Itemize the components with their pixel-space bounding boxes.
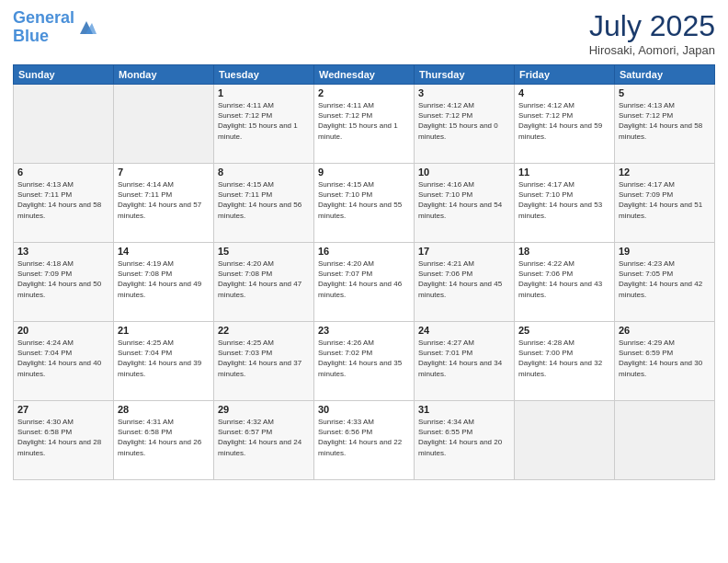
day-info: Sunrise: 4:16 AM Sunset: 7:10 PM Dayligh… bbox=[418, 179, 510, 221]
calendar-cell: 7Sunrise: 4:14 AM Sunset: 7:11 PM Daylig… bbox=[114, 164, 214, 243]
calendar-cell: 3Sunrise: 4:12 AM Sunset: 7:12 PM Daylig… bbox=[415, 85, 515, 164]
day-info: Sunrise: 4:33 AM Sunset: 6:56 PM Dayligh… bbox=[318, 417, 410, 458]
week-row-3: 13Sunrise: 4:18 AM Sunset: 7:09 PM Dayli… bbox=[14, 243, 715, 322]
day-info: Sunrise: 4:12 AM Sunset: 7:12 PM Dayligh… bbox=[418, 100, 510, 142]
day-info: Sunrise: 4:18 AM Sunset: 7:09 PM Dayligh… bbox=[17, 259, 109, 300]
calendar-page: General Blue July 2025 Hirosaki, Aomori,… bbox=[0, 0, 728, 563]
day-number: 7 bbox=[118, 167, 210, 178]
day-info: Sunrise: 4:30 AM Sunset: 6:58 PM Dayligh… bbox=[17, 417, 109, 458]
day-number: 5 bbox=[619, 87, 711, 98]
day-number: 22 bbox=[218, 325, 310, 336]
day-info: Sunrise: 4:28 AM Sunset: 7:00 PM Dayligh… bbox=[518, 338, 610, 379]
day-header-saturday: Saturday bbox=[615, 65, 715, 85]
day-number: 26 bbox=[619, 325, 711, 336]
day-number: 2 bbox=[318, 87, 410, 98]
logo: General Blue bbox=[13, 9, 97, 46]
calendar-cell: 1Sunrise: 4:11 AM Sunset: 7:12 PM Daylig… bbox=[214, 85, 314, 164]
day-info: Sunrise: 4:29 AM Sunset: 6:59 PM Dayligh… bbox=[619, 338, 711, 379]
calendar-cell: 9Sunrise: 4:15 AM Sunset: 7:10 PM Daylig… bbox=[314, 164, 415, 243]
month-title: July 2025 bbox=[589, 9, 715, 43]
day-info: Sunrise: 4:20 AM Sunset: 7:07 PM Dayligh… bbox=[318, 259, 410, 300]
day-info: Sunrise: 4:15 AM Sunset: 7:10 PM Dayligh… bbox=[318, 179, 410, 221]
calendar-cell: 21Sunrise: 4:25 AM Sunset: 7:04 PM Dayli… bbox=[114, 322, 214, 401]
calendar-table: SundayMondayTuesdayWednesdayThursdayFrid… bbox=[13, 64, 715, 480]
calendar-cell: 31Sunrise: 4:34 AM Sunset: 6:55 PM Dayli… bbox=[415, 401, 515, 480]
day-info: Sunrise: 4:17 AM Sunset: 7:09 PM Dayligh… bbox=[619, 179, 711, 221]
week-row-2: 6Sunrise: 4:13 AM Sunset: 7:11 PM Daylig… bbox=[14, 164, 715, 243]
day-header-monday: Monday bbox=[114, 65, 214, 85]
calendar-cell: 14Sunrise: 4:19 AM Sunset: 7:08 PM Dayli… bbox=[114, 243, 214, 322]
day-number: 15 bbox=[218, 246, 310, 257]
day-number: 11 bbox=[518, 167, 610, 178]
calendar-header-row: SundayMondayTuesdayWednesdayThursdayFrid… bbox=[14, 65, 715, 85]
logo-blue: Blue bbox=[13, 27, 49, 45]
day-number: 24 bbox=[418, 325, 510, 336]
day-info: Sunrise: 4:14 AM Sunset: 7:11 PM Dayligh… bbox=[118, 179, 210, 221]
day-number: 20 bbox=[17, 325, 109, 336]
calendar-cell: 12Sunrise: 4:17 AM Sunset: 7:09 PM Dayli… bbox=[615, 164, 715, 243]
day-info: Sunrise: 4:21 AM Sunset: 7:06 PM Dayligh… bbox=[418, 259, 510, 300]
day-header-sunday: Sunday bbox=[14, 65, 114, 85]
calendar-cell: 25Sunrise: 4:28 AM Sunset: 7:00 PM Dayli… bbox=[515, 322, 615, 401]
day-info: Sunrise: 4:32 AM Sunset: 6:57 PM Dayligh… bbox=[218, 417, 310, 458]
day-number: 13 bbox=[17, 246, 109, 257]
calendar-cell: 18Sunrise: 4:22 AM Sunset: 7:06 PM Dayli… bbox=[515, 243, 615, 322]
day-info: Sunrise: 4:13 AM Sunset: 7:11 PM Dayligh… bbox=[17, 179, 109, 221]
day-number: 17 bbox=[418, 246, 510, 257]
calendar-cell: 4Sunrise: 4:12 AM Sunset: 7:12 PM Daylig… bbox=[515, 85, 615, 164]
day-info: Sunrise: 4:22 AM Sunset: 7:06 PM Dayligh… bbox=[518, 259, 610, 300]
day-info: Sunrise: 4:34 AM Sunset: 6:55 PM Dayligh… bbox=[418, 417, 510, 458]
day-info: Sunrise: 4:15 AM Sunset: 7:11 PM Dayligh… bbox=[218, 179, 310, 221]
calendar-cell: 28Sunrise: 4:31 AM Sunset: 6:58 PM Dayli… bbox=[114, 401, 214, 480]
day-info: Sunrise: 4:25 AM Sunset: 7:04 PM Dayligh… bbox=[118, 338, 210, 379]
day-info: Sunrise: 4:13 AM Sunset: 7:12 PM Dayligh… bbox=[619, 100, 711, 142]
calendar-cell: 2Sunrise: 4:11 AM Sunset: 7:12 PM Daylig… bbox=[314, 85, 415, 164]
day-info: Sunrise: 4:11 AM Sunset: 7:12 PM Dayligh… bbox=[318, 100, 410, 142]
day-info: Sunrise: 4:19 AM Sunset: 7:08 PM Dayligh… bbox=[118, 259, 210, 300]
day-number: 31 bbox=[418, 404, 510, 415]
day-info: Sunrise: 4:17 AM Sunset: 7:10 PM Dayligh… bbox=[518, 179, 610, 221]
day-header-wednesday: Wednesday bbox=[314, 65, 415, 85]
calendar-cell: 29Sunrise: 4:32 AM Sunset: 6:57 PM Dayli… bbox=[214, 401, 314, 480]
day-number: 28 bbox=[118, 404, 210, 415]
day-number: 12 bbox=[619, 167, 711, 178]
location: Hirosaki, Aomori, Japan bbox=[589, 43, 715, 57]
calendar-cell: 15Sunrise: 4:20 AM Sunset: 7:08 PM Dayli… bbox=[214, 243, 314, 322]
logo-icon bbox=[76, 17, 97, 38]
day-number: 19 bbox=[619, 246, 711, 257]
calendar-cell bbox=[615, 401, 715, 480]
calendar-cell: 8Sunrise: 4:15 AM Sunset: 7:11 PM Daylig… bbox=[214, 164, 314, 243]
title-block: July 2025 Hirosaki, Aomori, Japan bbox=[589, 9, 715, 57]
logo-text: General Blue bbox=[13, 9, 74, 46]
day-number: 27 bbox=[17, 404, 109, 415]
day-number: 4 bbox=[518, 87, 610, 98]
calendar-cell: 23Sunrise: 4:26 AM Sunset: 7:02 PM Dayli… bbox=[314, 322, 415, 401]
calendar-cell: 19Sunrise: 4:23 AM Sunset: 7:05 PM Dayli… bbox=[615, 243, 715, 322]
day-number: 29 bbox=[218, 404, 310, 415]
day-info: Sunrise: 4:26 AM Sunset: 7:02 PM Dayligh… bbox=[318, 338, 410, 379]
calendar-cell bbox=[114, 85, 214, 164]
calendar-cell: 11Sunrise: 4:17 AM Sunset: 7:10 PM Dayli… bbox=[515, 164, 615, 243]
day-number: 14 bbox=[118, 246, 210, 257]
day-header-thursday: Thursday bbox=[415, 65, 515, 85]
week-row-5: 27Sunrise: 4:30 AM Sunset: 6:58 PM Dayli… bbox=[14, 401, 715, 480]
calendar-cell: 17Sunrise: 4:21 AM Sunset: 7:06 PM Dayli… bbox=[415, 243, 515, 322]
day-info: Sunrise: 4:23 AM Sunset: 7:05 PM Dayligh… bbox=[619, 259, 711, 300]
calendar-cell: 13Sunrise: 4:18 AM Sunset: 7:09 PM Dayli… bbox=[14, 243, 114, 322]
day-number: 16 bbox=[318, 246, 410, 257]
day-number: 21 bbox=[118, 325, 210, 336]
day-number: 25 bbox=[518, 325, 610, 336]
day-header-tuesday: Tuesday bbox=[214, 65, 314, 85]
day-number: 6 bbox=[17, 167, 109, 178]
day-header-friday: Friday bbox=[515, 65, 615, 85]
day-info: Sunrise: 4:24 AM Sunset: 7:04 PM Dayligh… bbox=[17, 338, 109, 379]
day-number: 18 bbox=[518, 246, 610, 257]
logo-general: General bbox=[13, 8, 74, 27]
calendar-cell: 22Sunrise: 4:25 AM Sunset: 7:03 PM Dayli… bbox=[214, 322, 314, 401]
day-number: 8 bbox=[218, 167, 310, 178]
week-row-4: 20Sunrise: 4:24 AM Sunset: 7:04 PM Dayli… bbox=[14, 322, 715, 401]
day-info: Sunrise: 4:25 AM Sunset: 7:03 PM Dayligh… bbox=[218, 338, 310, 379]
calendar-cell bbox=[515, 401, 615, 480]
day-info: Sunrise: 4:27 AM Sunset: 7:01 PM Dayligh… bbox=[418, 338, 510, 379]
day-number: 1 bbox=[218, 87, 310, 98]
